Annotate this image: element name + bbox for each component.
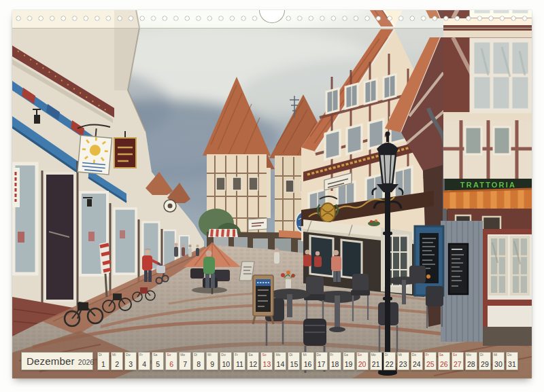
weekday-label: Mo: [466, 353, 471, 357]
weekday-label: Sa: [344, 353, 348, 357]
weekday-label: Mi: [398, 353, 402, 357]
calendar-day-cell: Do 31: [506, 352, 518, 370]
day-number: 31: [508, 361, 516, 370]
calendar-day-cell: Mo 7: [179, 352, 191, 370]
calendar-day-cell: Do 10: [220, 352, 232, 370]
day-number: 22: [386, 361, 394, 370]
weekday-label: So: [358, 353, 362, 357]
day-number: 4: [142, 361, 146, 370]
weekday-label: So: [453, 353, 457, 357]
day-number: 26: [440, 361, 448, 370]
day-number: 19: [345, 361, 353, 370]
day-number: 8: [197, 361, 201, 370]
day-number: 23: [399, 361, 407, 370]
weekday-label: Mi: [303, 353, 306, 357]
calendar-day-cell: Mo 21: [370, 352, 382, 370]
day-number: 9: [210, 361, 214, 370]
calendar-day-cell: Di 8: [192, 352, 205, 370]
day-number: 21: [372, 361, 380, 370]
month-name: Dezember: [27, 355, 75, 367]
calendar-day-cell: So 20: [356, 352, 369, 370]
day-number: 25: [426, 361, 435, 370]
day-number: 14: [277, 361, 285, 370]
day-number: 30: [494, 361, 503, 370]
weekday-label: Di: [194, 353, 197, 357]
weekday-label: Mi: [207, 353, 211, 357]
weekday-label: Fr: [235, 353, 238, 357]
calendar-day-cell: Fr 4: [138, 352, 150, 370]
weekday-label: So: [262, 353, 266, 357]
calendar-day-cell: Fr 25: [424, 352, 437, 370]
weekday-label: Mo: [275, 353, 280, 357]
day-number: 13: [263, 361, 271, 370]
calendar-day-cell: Di 29: [479, 352, 491, 370]
calendar-day-cell: Di 1: [97, 352, 109, 370]
day-cells: Di 1 Mi 2 Do 3 Fr 4 Sa 5 So 6: [97, 352, 518, 370]
weekday-label: Fr: [426, 353, 429, 357]
calendar-day-cell: So 6: [165, 352, 177, 370]
weekday-label: Do: [412, 353, 416, 357]
calendar-day-cell: Mi 9: [206, 352, 218, 370]
calendar-day-cell: Do 3: [124, 352, 137, 370]
year-label: 2026: [78, 358, 94, 366]
weekday-label: Do: [507, 353, 511, 357]
calendar-day-cell: Sa 12: [247, 352, 259, 370]
weekday-label: Sa: [248, 353, 252, 357]
weekday-label: Mo: [371, 353, 376, 357]
day-number: 5: [156, 361, 160, 370]
day-number: 24: [413, 361, 421, 370]
day-number: 28: [467, 361, 475, 370]
calendar-strip: Dezember 2026 Di 1 Mi 2 Do 3 Fr 4 Sa: [21, 352, 518, 370]
weekday-label: So: [167, 353, 171, 357]
weekday-label: Do: [126, 353, 130, 357]
calendar-day-cell: Mi 2: [111, 352, 123, 370]
calendar-day-cell: Di 15: [288, 352, 300, 370]
day-number: 18: [331, 361, 339, 370]
calendar-day-cell: Sa 26: [438, 352, 450, 370]
day-number: 16: [304, 361, 312, 370]
calendar-day-cell: So 27: [452, 352, 464, 370]
day-number: 15: [290, 361, 299, 370]
calendar-day-cell: Sa 19: [343, 352, 355, 370]
weekday-label: Di: [385, 353, 388, 357]
day-number: 20: [358, 361, 367, 370]
day-number: 29: [481, 361, 489, 370]
calendar-day-cell: Do 17: [316, 352, 328, 370]
calendar-day-cell: Di 22: [384, 352, 396, 370]
weekday-label: Sa: [153, 353, 157, 357]
calendar-day-cell: Do 24: [411, 352, 423, 370]
calendar-day-cell: Mo 14: [274, 352, 286, 370]
day-number: 12: [250, 361, 258, 370]
calendar-day-cell: Sa 5: [152, 352, 164, 370]
day-number: 7: [183, 361, 187, 370]
day-number: 6: [169, 361, 173, 370]
calendar-day-cell: Mi 16: [301, 352, 313, 370]
day-number: 17: [318, 361, 326, 370]
weekday-label: Mo: [180, 353, 185, 357]
weekday-label: Do: [317, 353, 321, 357]
calendar-page: Dezember 2026 Di 1 Mi 2 Do 3 Fr 4 Sa: [12, 10, 532, 378]
weekday-label: Di: [480, 353, 483, 357]
day-number: 2: [115, 361, 119, 370]
weekday-label: Sa: [439, 353, 443, 357]
weekday-label: Fr: [330, 353, 334, 357]
day-number: 27: [454, 361, 462, 370]
calendar-day-cell: Mo 28: [465, 352, 477, 370]
day-number: 10: [222, 361, 230, 370]
weekday-label: Do: [221, 353, 225, 357]
month-box: Dezember 2026: [21, 352, 93, 370]
day-number: 3: [129, 361, 133, 370]
day-number: 1: [101, 361, 105, 370]
calendar-day-cell: Mi 23: [397, 352, 409, 370]
calendar-day-cell: Fr 11: [233, 352, 245, 370]
day-number: 11: [236, 361, 243, 370]
calendar-day-cell: So 13: [260, 352, 273, 370]
calendar-day-cell: Mi 30: [492, 352, 505, 370]
calendar-day-cell: Fr 18: [329, 352, 341, 370]
street-photo: [12, 28, 532, 378]
weekday-label: Di: [99, 353, 102, 357]
weekday-label: Mi: [494, 353, 497, 357]
weekday-label: Fr: [139, 353, 143, 357]
weekday-label: Di: [289, 353, 292, 357]
weekday-label: Mi: [112, 353, 116, 357]
